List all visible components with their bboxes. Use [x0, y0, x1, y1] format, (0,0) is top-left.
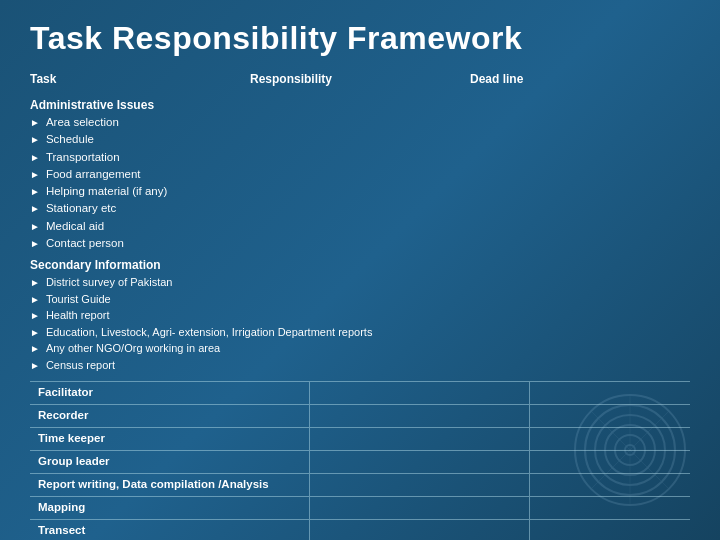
row-deadline [530, 428, 690, 450]
admin-item-text: Schedule [46, 131, 94, 148]
admin-list-item: ►Helping material (if any) [30, 183, 690, 200]
admin-list-item: ►Schedule [30, 131, 690, 148]
secondary-item-text: Health report [46, 307, 110, 324]
row-label: Mapping [30, 497, 310, 519]
row-deadline [530, 405, 690, 427]
row-responsibility [310, 405, 530, 427]
table-row: Report writing, Data compilation /Analys… [30, 473, 690, 496]
admin-list-item: ►Food arrangement [30, 166, 690, 183]
bullet-arrow: ► [30, 201, 40, 216]
admin-item-text: Food arrangement [46, 166, 141, 183]
table-row: Facilitator [30, 381, 690, 404]
secondary-list-item: ►Health report [30, 307, 690, 324]
row-label: Recorder [30, 405, 310, 427]
admin-item-text: Transportation [46, 149, 120, 166]
secondary-list-item: ►Education, Livestock, Agri- extension, … [30, 324, 690, 341]
secondary-list-item: ►District survey of Pakistan [30, 274, 690, 291]
secondary-section-title: Secondary Information [30, 258, 690, 272]
row-deadline [530, 382, 690, 404]
row-responsibility [310, 428, 530, 450]
admin-item-text: Medical aid [46, 218, 104, 235]
bullet-arrow: ► [30, 341, 40, 356]
bullet-arrow: ► [30, 308, 40, 323]
table-row: Recorder [30, 404, 690, 427]
table-row: Time keeper [30, 427, 690, 450]
column-header-deadline: Dead line [470, 72, 523, 86]
secondary-list-item: ►Census report [30, 357, 690, 374]
secondary-item-text: District survey of Pakistan [46, 274, 173, 291]
secondary-item-text: Any other NGO/Org working in area [46, 340, 220, 357]
row-label: Group leader [30, 451, 310, 473]
row-deadline [530, 520, 690, 540]
roles-table: Facilitator Recorder Time keeper Group l… [30, 381, 690, 540]
bullet-arrow: ► [30, 236, 40, 251]
bullet-arrow: ► [30, 325, 40, 340]
admin-list-item: ►Contact person [30, 235, 690, 252]
row-label: Transect [30, 520, 310, 540]
row-deadline [530, 451, 690, 473]
secondary-item-text: Tourist Guide [46, 291, 111, 308]
admin-list-item: ►Medical aid [30, 218, 690, 235]
secondary-item-text: Census report [46, 357, 115, 374]
secondary-list: ►District survey of Pakistan►Tourist Gui… [30, 274, 690, 373]
secondary-item-text: Education, Livestock, Agri- extension, I… [46, 324, 373, 341]
row-responsibility [310, 451, 530, 473]
row-label: Time keeper [30, 428, 310, 450]
row-responsibility [310, 382, 530, 404]
page-title: Task Responsibility Framework [30, 20, 690, 57]
bullet-arrow: ► [30, 115, 40, 130]
column-header-task: Task [30, 72, 250, 86]
bullet-arrow: ► [30, 167, 40, 182]
bullet-arrow: ► [30, 184, 40, 199]
bullet-arrow: ► [30, 150, 40, 165]
table-row: Mapping [30, 496, 690, 519]
administrative-section-title: Administrative Issues [30, 98, 690, 112]
admin-list-item: ►Area selection [30, 114, 690, 131]
admin-item-text: Area selection [46, 114, 119, 131]
row-label: Facilitator [30, 382, 310, 404]
bullet-arrow: ► [30, 275, 40, 290]
secondary-list-item: ►Any other NGO/Org working in area [30, 340, 690, 357]
row-responsibility [310, 497, 530, 519]
admin-item-text: Contact person [46, 235, 124, 252]
bullet-arrow: ► [30, 292, 40, 307]
row-label: Report writing, Data compilation /Analys… [30, 474, 310, 496]
table-row: Transect [30, 519, 690, 540]
secondary-list-item: ►Tourist Guide [30, 291, 690, 308]
admin-item-text: Helping material (if any) [46, 183, 167, 200]
row-deadline [530, 497, 690, 519]
row-responsibility [310, 520, 530, 540]
column-header-responsibility: Responsibility [250, 72, 470, 86]
bullet-arrow: ► [30, 358, 40, 373]
admin-item-text: Stationary etc [46, 200, 116, 217]
bullet-arrow: ► [30, 132, 40, 147]
row-deadline [530, 474, 690, 496]
admin-list-item: ►Stationary etc [30, 200, 690, 217]
row-responsibility [310, 474, 530, 496]
table-row: Group leader [30, 450, 690, 473]
admin-list-item: ►Transportation [30, 149, 690, 166]
administrative-list: ►Area selection►Schedule►Transportation►… [30, 114, 690, 252]
bullet-arrow: ► [30, 219, 40, 234]
